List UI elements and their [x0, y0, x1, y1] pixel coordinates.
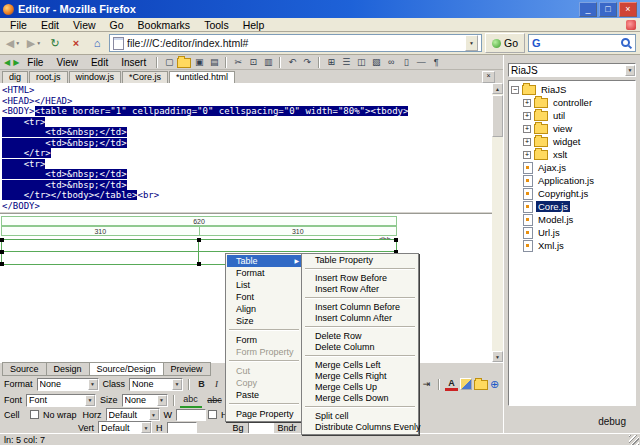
- insert-link-icon[interactable]: ∞: [384, 56, 398, 68]
- tree-item-riajs[interactable]: − RiaJS: [511, 83, 633, 96]
- minimize-button[interactable]: _: [579, 2, 597, 17]
- globe-icon[interactable]: ⊕: [490, 379, 499, 390]
- class-select[interactable]: None▼: [129, 378, 183, 391]
- back-button[interactable]: ◀▼: [4, 34, 22, 52]
- submenu-item-insert-row-before[interactable]: Insert Row Before: [303, 273, 417, 284]
- text-color-icon[interactable]: A: [445, 378, 458, 391]
- submenu-item-insert-column-before[interactable]: Insert Column Before: [303, 302, 417, 313]
- context-item-paste[interactable]: Paste: [227, 389, 301, 401]
- scroll-down-icon[interactable]: ▼: [492, 351, 503, 362]
- scroll-up-icon[interactable]: ▲: [492, 83, 503, 94]
- no-wrap-checkbox[interactable]: [30, 410, 39, 419]
- nav-back-icon[interactable]: ◀: [3, 58, 11, 67]
- indent-icon[interactable]: ⇥: [420, 378, 433, 391]
- debug-toggle[interactable]: debug: [598, 416, 626, 427]
- tab-untitled-html[interactable]: *untitled.html: [169, 71, 235, 83]
- nav-forward-icon[interactable]: ▶: [12, 58, 20, 67]
- tab-root-js[interactable]: root.js: [29, 71, 68, 83]
- close-tab-button[interactable]: ×: [482, 71, 495, 83]
- design-table-cell[interactable]: [2, 240, 199, 252]
- expand-icon[interactable]: +: [523, 99, 531, 107]
- submenu-item-table-property[interactable]: Table Property: [303, 255, 417, 266]
- maximize-button[interactable]: □: [599, 2, 617, 17]
- anchor-icon[interactable]: ¶: [429, 56, 443, 68]
- context-item-size[interactable]: Size: [227, 315, 301, 327]
- tree-item-xml-js[interactable]: Xml.js: [523, 239, 633, 252]
- tree-item-widget[interactable]: + widget: [523, 135, 633, 148]
- menu-tools[interactable]: Tools: [197, 19, 236, 31]
- close-button[interactable]: ×: [619, 2, 637, 17]
- menu-file[interactable]: File: [3, 19, 34, 31]
- expand-icon[interactable]: +: [523, 138, 531, 146]
- format-select[interactable]: None▼: [37, 378, 99, 391]
- context-item-align[interactable]: Align: [227, 303, 301, 315]
- tab-source[interactable]: Source: [2, 362, 47, 376]
- home-button[interactable]: ⌂: [88, 34, 106, 52]
- search-icon[interactable]: [621, 38, 632, 49]
- resize-handle[interactable]: [197, 262, 201, 266]
- tree-item-model-js[interactable]: Model.js: [523, 213, 633, 226]
- copy-icon[interactable]: ⊡: [246, 56, 260, 68]
- width-field[interactable]: [176, 409, 206, 421]
- tree-item-view[interactable]: + view: [523, 122, 633, 135]
- size-select[interactable]: None▼: [122, 394, 168, 407]
- cut-icon[interactable]: ✂: [231, 56, 245, 68]
- remove-format-icon[interactable]: abc: [204, 394, 226, 407]
- design-table-cell[interactable]: [2, 252, 199, 264]
- header-checkbox[interactable]: [208, 410, 217, 419]
- submenu-item-delete-row[interactable]: Delete Row: [303, 331, 417, 342]
- expand-icon[interactable]: +: [523, 125, 531, 133]
- open-folder-icon[interactable]: [474, 378, 488, 390]
- open-file-icon[interactable]: [177, 56, 191, 68]
- insert-row-icon[interactable]: ☰: [339, 56, 353, 68]
- insert-form-icon[interactable]: ▯: [399, 56, 413, 68]
- submenu-item-distribute-columns-evenly[interactable]: Distribute Columns Evenly: [303, 422, 417, 433]
- stop-button[interactable]: ×: [67, 34, 85, 52]
- submenu-item-merge-cells-down[interactable]: Merge Cells Down: [303, 393, 417, 404]
- font-select[interactable]: Font▼: [26, 394, 96, 407]
- tree-item-util[interactable]: + util: [523, 109, 633, 122]
- new-file-icon[interactable]: ▢: [162, 56, 176, 68]
- tab-dig[interactable]: dig: [2, 71, 28, 83]
- context-item-page-property[interactable]: Page Property: [227, 408, 301, 420]
- insert-image-icon[interactable]: ▧: [369, 56, 383, 68]
- horz-select[interactable]: Default▼: [106, 408, 160, 421]
- menu-help[interactable]: Help: [236, 19, 272, 31]
- tab-design[interactable]: Design: [46, 362, 90, 376]
- tree-item-application-js[interactable]: Application.js: [523, 174, 633, 187]
- resize-grip[interactable]: [629, 435, 639, 445]
- insert-column-icon[interactable]: ◫: [354, 56, 368, 68]
- reload-button[interactable]: ↻: [46, 34, 64, 52]
- submenu-item-split-cell[interactable]: Split cell: [303, 411, 417, 422]
- context-item-list[interactable]: List: [227, 279, 301, 291]
- context-item-format[interactable]: Format: [227, 267, 301, 279]
- height-field[interactable]: [167, 422, 197, 434]
- tree-item-ajax-js[interactable]: Ajax.js: [523, 161, 633, 174]
- submenu-item-merge-cells-right[interactable]: Merge Cells Right: [303, 371, 417, 382]
- tree-item-url-js[interactable]: Url.js: [523, 226, 633, 239]
- editor-menu-view[interactable]: View: [50, 57, 84, 68]
- italic-button[interactable]: I: [210, 378, 223, 391]
- submenu-item-merge-cells-left[interactable]: Merge Cells Left: [303, 360, 417, 371]
- tree-item-controller[interactable]: + controller: [523, 96, 633, 109]
- editor-menu-insert[interactable]: Insert: [115, 57, 152, 68]
- collapse-icon[interactable]: −: [511, 86, 519, 94]
- resize-handle[interactable]: [0, 238, 4, 242]
- tab-core-js[interactable]: *Core.js: [122, 71, 168, 83]
- tree-item-xslt[interactable]: + xslt: [523, 148, 633, 161]
- undo-icon[interactable]: ↶: [285, 56, 299, 68]
- source-editor[interactable]: <HTML> <HEAD></HEAD> <BODY><table border…: [0, 83, 491, 211]
- tab-source-design[interactable]: Source/Design: [89, 362, 164, 376]
- go-button[interactable]: Go: [485, 33, 525, 53]
- project-select[interactable]: RiaJS ▼: [508, 63, 636, 77]
- submenu-item-merge-cells-up[interactable]: Merge Cells Up: [303, 382, 417, 393]
- insert-table-icon[interactable]: ⊞: [324, 56, 338, 68]
- expand-icon[interactable]: +: [523, 112, 531, 120]
- editor-scrollbar[interactable]: ▲ ▼: [492, 83, 503, 362]
- insert-hr-icon[interactable]: ―: [414, 56, 428, 68]
- bg2-field[interactable]: [248, 422, 274, 434]
- tree-item-core-js[interactable]: Core.js: [523, 200, 633, 213]
- spellcheck-icon[interactable]: abc: [180, 393, 202, 408]
- submenu-item-insert-row-after[interactable]: Insert Row After: [303, 284, 417, 295]
- submenu-item-insert-column-after[interactable]: Insert Column After: [303, 313, 417, 324]
